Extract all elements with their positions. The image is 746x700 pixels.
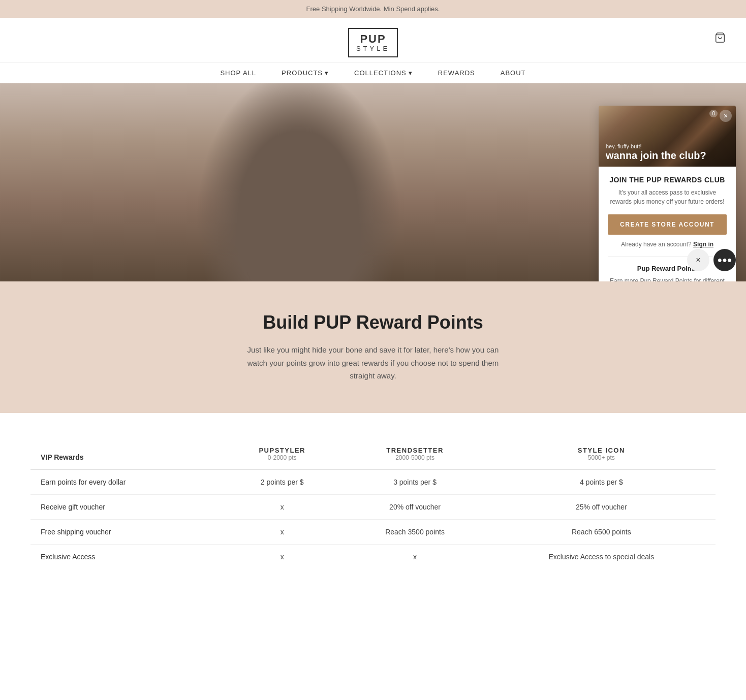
create-account-button[interactable]: CREATE STORE ACCOUNT: [608, 214, 727, 235]
nav-shop-all[interactable]: SHOP ALL: [220, 69, 256, 77]
nav-about[interactable]: ABOUT: [501, 69, 526, 77]
tier-trendsetter-name: TRENDSETTER: [353, 447, 477, 454]
tier-pupstyler-pts: 0-2000 pts: [232, 454, 332, 461]
row-col-1-0: x: [222, 494, 343, 519]
popup-rewards-desc: Earn more Pup Reward Points for differen…: [608, 276, 727, 281]
nav-about-label: ABOUT: [501, 69, 526, 77]
nav-collections-label: COLLECTIONS: [354, 69, 407, 77]
row-col-0-1: 3 points per $: [343, 469, 487, 494]
logo[interactable]: PUP STYLE: [348, 28, 398, 57]
nav-products[interactable]: PRODUCTS ▾: [282, 69, 329, 77]
tier-pupstyler-header: PUPSTYLER 0-2000 pts: [222, 438, 343, 470]
row-col-1-1: 20% off voucher: [343, 494, 487, 519]
header: PUP STYLE: [0, 18, 746, 62]
table-row: Receive gift voucher x 20% off voucher 2…: [30, 494, 716, 519]
vip-heading: VIP Rewards: [30, 438, 222, 470]
nav-shop-all-label: SHOP ALL: [220, 69, 256, 77]
tier-styleicon-header: STYLE ICON 5000+ pts: [487, 438, 716, 470]
chevron-down-icon: ▾: [409, 69, 413, 77]
table-row: Free shipping voucher x Reach 3500 point…: [30, 519, 716, 544]
row-label-1: Receive gift voucher: [30, 494, 222, 519]
tier-styleicon-name: STYLE ICON: [498, 447, 705, 454]
hero-section: hey, fluffy butt! wanna join the club? ×…: [0, 83, 746, 281]
popup-image: hey, fluffy butt! wanna join the club? ×…: [599, 106, 736, 167]
chevron-down-icon: ▾: [325, 69, 329, 77]
row-col-0-2: 4 points per $: [487, 469, 716, 494]
popup-big-text: wanna join the club?: [606, 149, 706, 162]
table-row: Earn points for every dollar 2 points pe…: [30, 469, 716, 494]
row-col-2-2: Reach 6500 points: [487, 519, 716, 544]
build-desc: Just like you might hide your bone and s…: [241, 343, 505, 383]
row-col-2-0: x: [222, 519, 343, 544]
nav-collections[interactable]: COLLECTIONS ▾: [354, 69, 413, 77]
row-label-2: Free shipping voucher: [30, 519, 222, 544]
table-row: Exclusive Access x x Exclusive Access to…: [30, 544, 716, 569]
row-col-3-1: x: [343, 544, 487, 569]
bottom-close-button[interactable]: ×: [687, 249, 709, 271]
main-nav: SHOP ALL PRODUCTS ▾ COLLECTIONS ▾ REWARD…: [0, 62, 746, 83]
chat-icon: ●●●: [718, 256, 732, 265]
already-account-label: Already have an account?: [621, 241, 692, 248]
row-label-0: Earn points for every dollar: [30, 469, 222, 494]
close-icon: ×: [696, 256, 700, 265]
sign-in-link[interactable]: Sign in: [693, 241, 713, 248]
close-icon: ×: [724, 112, 728, 120]
vip-table: VIP Rewards PUPSTYLER 0-2000 pts TRENDSE…: [30, 438, 716, 569]
vip-section: VIP Rewards PUPSTYLER 0-2000 pts TRENDSE…: [0, 413, 746, 594]
banner-text: Free Shipping Worldwide. Min Spend appli…: [306, 5, 440, 13]
popup-join-title: JOIN THE PUP REWARDS CLUB: [608, 176, 727, 184]
nav-products-label: PRODUCTS: [282, 69, 323, 77]
tier-trendsetter-header: TRENDSETTER 2000-5000 pts: [343, 438, 487, 470]
chat-button[interactable]: ●●●: [713, 249, 736, 271]
row-col-0-0: 2 points per $: [222, 469, 343, 494]
row-col-3-2: Exclusive Access to special deals: [487, 544, 716, 569]
tier-pupstyler-name: PUPSTYLER: [232, 447, 332, 454]
row-col-2-1: Reach 3500 points: [343, 519, 487, 544]
build-title: Build PUP Reward Points: [10, 312, 736, 333]
logo-style: STYLE: [356, 45, 390, 52]
build-points-section: Build PUP Reward Points Just like you mi…: [0, 281, 746, 413]
row-col-1-2: 25% off voucher: [487, 494, 716, 519]
popup-account-text: Already have an account? Sign in: [608, 241, 727, 248]
logo-pup: PUP: [356, 33, 390, 45]
bottom-action-buttons: × ●●●: [687, 249, 736, 271]
tier-trendsetter-pts: 2000-5000 pts: [353, 454, 477, 461]
popup-subtitle: It's your all access pass to exclusive r…: [608, 188, 727, 206]
cart-icon[interactable]: [714, 32, 726, 43]
nav-rewards-label: REWARDS: [438, 69, 475, 77]
row-label-3: Exclusive Access: [30, 544, 222, 569]
nav-rewards[interactable]: REWARDS: [438, 69, 475, 77]
row-col-3-0: x: [222, 544, 343, 569]
tier-styleicon-pts: 5000+ pts: [498, 454, 705, 461]
top-banner: Free Shipping Worldwide. Min Spend appli…: [0, 0, 746, 18]
popup-small-text: hey, fluffy butt!: [606, 143, 706, 149]
